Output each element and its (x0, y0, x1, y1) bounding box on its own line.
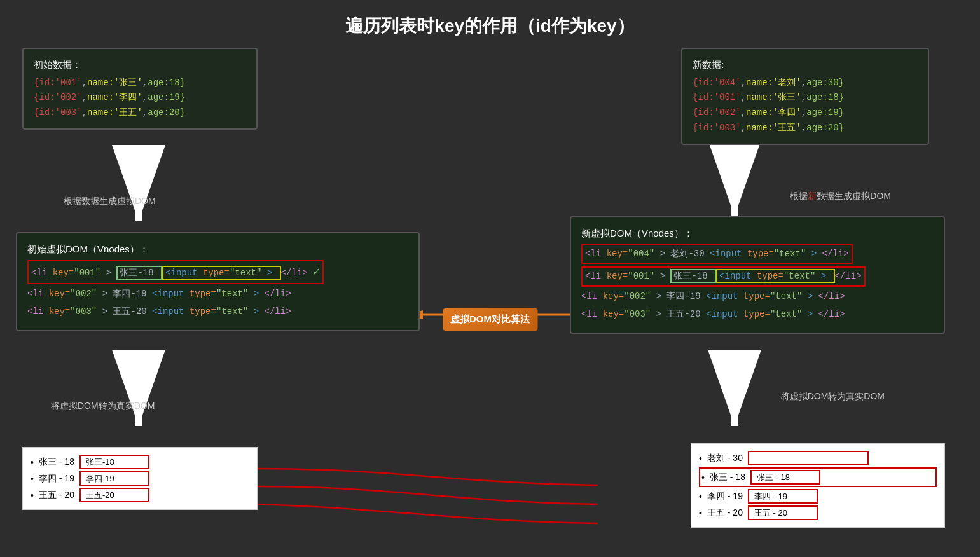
new-vdom-line-4: <li key="003" > 王五-20 <input type="text"… (581, 307, 934, 322)
initial-vdom-line-2: <li key="002" > 李四-19 <input type="text"… (27, 287, 408, 302)
dom-left-input-1[interactable] (79, 455, 149, 469)
arrow-label-right-1: 根据新数据生成虚拟DOM (790, 191, 891, 202)
new-data-line-2: {id:'001',name:'张三',age:18} (693, 90, 918, 106)
dom-right-item-1: • 老刘 - 30 (699, 451, 937, 465)
dom-left-item-2: • 李四 - 19 (31, 471, 249, 486)
new-data-line-1: {id:'004',name:'老刘',age:30} (693, 76, 918, 91)
middle-arrow-label: 虚拟DOM对比算法 (443, 308, 537, 331)
arrow-label-right-2: 将虚拟DOM转为真实DOM (781, 391, 885, 402)
new-vdom-line-1: <li key="004" > 老刘-30 <input type="text"… (581, 244, 934, 265)
dom-right-input-1[interactable] (748, 451, 869, 465)
initial-vdom-line-3: <li key="003" > 王五-20 <input type="text"… (27, 305, 408, 320)
dom-right-input-2[interactable] (750, 470, 820, 485)
main-container: 初始数据： {id:'001',name:'张三',age:18} {id:'0… (0, 45, 980, 557)
new-data-line-3: {id:'002',name:'李四',age:19} (693, 106, 918, 121)
dom-right-input-3[interactable] (748, 489, 818, 504)
new-data-line-4: {id:'003',name:'王五',age:20} (693, 121, 918, 136)
dom-right-input-4[interactable] (748, 505, 818, 520)
new-vdom-title: 新虚拟DOM（Vnodes）： (581, 225, 934, 242)
initial-vdom-line-1: <li key="001" > 张三-18 <input type="text"… (27, 260, 408, 285)
dom-right-item-4: • 王五 - 20 (699, 505, 937, 520)
dom-left-input-3[interactable] (79, 488, 149, 502)
page-title: 遍历列表时key的作用（id作为key） (0, 0, 980, 45)
arrow-label-left-1: 根据数据生成虚拟DOM (64, 196, 156, 207)
new-data-box: 新数据: {id:'004',name:'老刘',age:30} {id:'00… (681, 48, 929, 145)
dom-right-item-3: • 李四 - 19 (699, 489, 937, 504)
new-vdom-line-3: <li key="002" > 李四-19 <input type="text"… (581, 289, 934, 305)
initial-data-line-3: {id:'003',name:'王五',age:20} (34, 106, 246, 121)
initial-data-title: 初始数据： (34, 57, 246, 73)
dom-left-item-3: • 王五 - 20 (31, 488, 249, 502)
arrow-label-left-2: 将虚拟DOM转为真实DOM (51, 401, 155, 412)
real-dom-left: • 张三 - 18 • 李四 - 19 • 王五 - 20 (22, 447, 258, 510)
dom-left-input-2[interactable] (79, 471, 149, 486)
new-vdom-line-2: <li key="001" > 张三-18 <input type="text"… (581, 266, 934, 287)
new-vdom-box: 新虚拟DOM（Vnodes）： <li key="004" > 老刘-30 <i… (570, 216, 945, 334)
dom-right-item-2: • 张三 - 18 (699, 467, 937, 487)
dom-left-item-1: • 张三 - 18 (31, 455, 249, 469)
initial-vdom-box: 初始虚拟DOM（Vnodes）： <li key="001" > 张三-18 <… (16, 232, 420, 331)
initial-data-line-2: {id:'002',name:'李四',age:19} (34, 90, 246, 106)
new-data-title: 新数据: (693, 57, 918, 73)
initial-data-line-1: {id:'001',name:'张三',age:18} (34, 76, 246, 91)
real-dom-right: • 老刘 - 30 • 张三 - 18 • 李四 - 19 • 王五 - 20 (691, 443, 945, 528)
initial-vdom-title: 初始虚拟DOM（Vnodes）： (27, 241, 408, 258)
initial-data-box: 初始数据： {id:'001',name:'张三',age:18} {id:'0… (22, 48, 258, 130)
